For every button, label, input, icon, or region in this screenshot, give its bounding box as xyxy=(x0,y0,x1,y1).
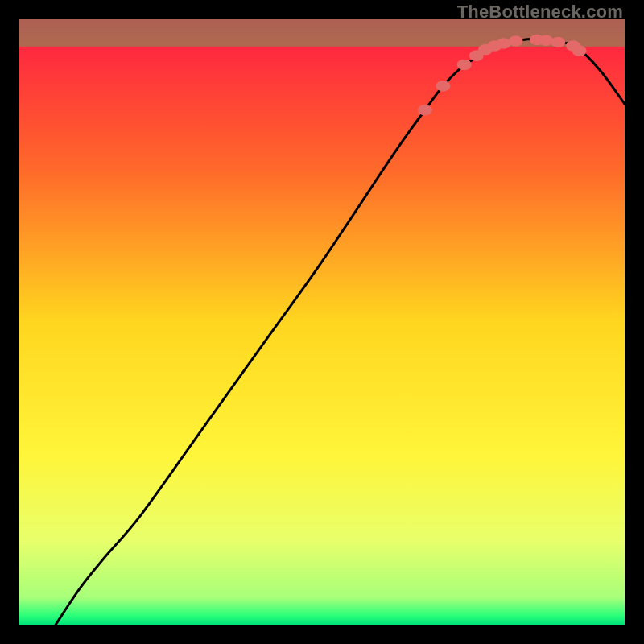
chart-svg xyxy=(19,19,625,625)
marker-point xyxy=(418,105,432,116)
marker-point xyxy=(509,35,523,47)
gradient-background xyxy=(19,19,625,625)
marker-point xyxy=(436,80,450,92)
marker-point xyxy=(551,37,565,48)
marker-point xyxy=(457,60,472,71)
marker-point xyxy=(539,35,553,47)
marker-point xyxy=(572,45,587,56)
chart-frame xyxy=(19,19,625,625)
